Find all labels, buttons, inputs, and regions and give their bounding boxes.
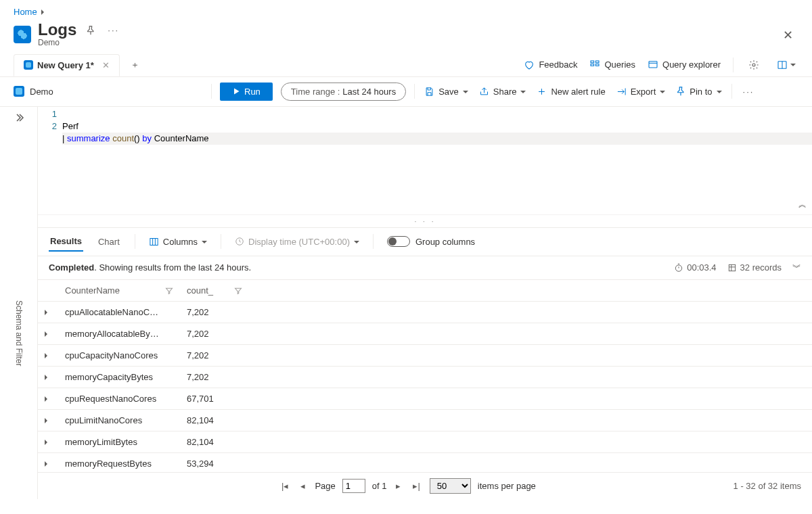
chevron-down-icon	[354, 237, 359, 247]
table-row[interactable]: memoryRequestBytes53,294	[38, 452, 812, 472]
svg-rect-10	[729, 264, 735, 271]
page-title: Logs	[38, 21, 76, 39]
query-tab-label: New Query 1*	[37, 60, 94, 70]
display-time-button[interactable]: Display time (UTC+00:00)	[235, 237, 359, 247]
query-tabstrip: New Query 1* ✕ ＋ Feedback Queries Query …	[0, 53, 812, 77]
clock-icon	[235, 237, 244, 246]
table-row[interactable]: cpuAllocatableNanoC…7,202	[38, 301, 812, 323]
group-columns-label: Group columns	[415, 237, 475, 247]
feedback-button[interactable]: Feedback	[524, 60, 577, 70]
results-toolbar: Results Chart Columns Display time (UTC+…	[38, 228, 812, 256]
columns-icon	[149, 237, 159, 247]
expand-row-icon[interactable]	[38, 431, 58, 452]
play-icon	[232, 87, 240, 95]
breadcrumb-home[interactable]: Home	[14, 7, 37, 17]
chevron-down-icon	[520, 87, 526, 97]
pager-page-input[interactable]	[342, 479, 365, 493]
expand-row-icon[interactable]	[38, 366, 58, 388]
pin-icon[interactable]	[86, 26, 95, 35]
save-icon	[424, 87, 434, 97]
share-icon	[479, 87, 489, 97]
collapse-results-icon[interactable]: ︾	[792, 262, 801, 274]
expand-row-icon[interactable]	[38, 388, 58, 409]
expand-row-icon[interactable]	[38, 301, 58, 323]
svg-rect-2	[596, 61, 600, 63]
table-row[interactable]: memoryCapacityBytes7,202	[38, 366, 812, 388]
group-columns-toggle[interactable]: Group columns	[387, 236, 475, 247]
chevron-down-icon	[202, 237, 207, 247]
filter-icon[interactable]	[165, 287, 173, 295]
pager-first[interactable]: |◂	[279, 480, 291, 492]
toolbar-overflow[interactable]: ···	[740, 87, 757, 97]
save-button[interactable]: Save	[423, 84, 470, 99]
pager-page-label: Page	[315, 481, 335, 491]
time-range-label: Time range :	[291, 87, 340, 97]
table-row[interactable]: memoryAllocatableBy…7,202	[38, 323, 812, 344]
save-label: Save	[438, 87, 459, 97]
pin-to-button[interactable]: Pin to	[675, 84, 723, 99]
chevron-down-icon	[463, 87, 468, 97]
expand-row-icon[interactable]	[38, 452, 58, 472]
cell-countername: memoryLimitBytes	[58, 431, 180, 452]
expand-panel-button[interactable]	[14, 112, 24, 123]
pager-last[interactable]: ▸|	[410, 480, 422, 492]
filter-icon[interactable]	[234, 287, 242, 295]
panel-layout-button[interactable]	[774, 58, 798, 72]
table-icon	[727, 263, 737, 273]
scope-selector[interactable]: Demo	[14, 86, 203, 97]
pager-summary: 1 - 32 of 32 items	[734, 481, 801, 491]
pager-next[interactable]: ▸	[393, 480, 403, 492]
run-button[interactable]: Run	[220, 83, 273, 101]
svg-rect-1	[591, 64, 594, 66]
svg-rect-7	[150, 238, 158, 245]
schema-filter-label[interactable]: Schema and Filter	[14, 300, 24, 366]
expand-row-icon[interactable]	[38, 344, 58, 366]
resource-icon	[14, 26, 31, 43]
cell-count: 53,294	[180, 452, 812, 472]
share-label: Share	[493, 87, 517, 97]
editor-code[interactable]: Perf| summarize count() by CounterName	[62, 108, 812, 213]
svg-rect-4	[649, 61, 657, 67]
more-icon[interactable]: ···	[105, 25, 122, 35]
status-completed: Completed	[49, 262, 94, 273]
query-explorer-button[interactable]: Query explorer	[648, 60, 721, 70]
queries-button[interactable]: Queries	[589, 60, 635, 70]
queries-icon	[589, 60, 600, 70]
chevron-down-icon	[790, 60, 796, 70]
close-tab-icon[interactable]: ✕	[102, 60, 110, 70]
breadcrumb: Home	[0, 0, 812, 21]
query-toolbar: Demo Run Time range : Last 24 hours Save…	[0, 77, 812, 107]
expand-row-icon[interactable]	[38, 409, 58, 431]
query-editor[interactable]: 12 Perf| summarize count() by CounterNam…	[38, 107, 812, 215]
new-alert-label: New alert rule	[551, 87, 605, 97]
close-button[interactable]: ✕	[777, 25, 798, 45]
scope-icon	[14, 86, 24, 97]
collapse-editor-icon[interactable]: ︽	[798, 198, 807, 210]
column-header-count[interactable]: count_	[180, 280, 812, 302]
resize-handle[interactable]: · · ·	[38, 215, 812, 228]
pager: |◂ ◂ Page of 1 ▸ ▸| 50 items per page 1 …	[38, 472, 812, 499]
pin-icon	[676, 87, 685, 96]
pager-size-select[interactable]: 50	[430, 478, 471, 494]
column-header-countername[interactable]: CounterName	[58, 280, 180, 302]
new-alert-button[interactable]: New alert rule	[535, 84, 606, 99]
run-label: Run	[244, 87, 261, 97]
export-button[interactable]: Export	[615, 84, 667, 99]
table-row[interactable]: cpuRequestNanoCores67,701	[38, 388, 812, 409]
time-range-picker[interactable]: Time range : Last 24 hours	[281, 83, 406, 101]
settings-icon[interactable]	[746, 58, 762, 72]
expand-row-icon[interactable]	[38, 323, 58, 344]
pager-prev[interactable]: ◂	[298, 480, 308, 492]
table-row[interactable]: cpuLimitNanoCores82,104	[38, 409, 812, 431]
add-tab-button[interactable]: ＋	[125, 55, 145, 75]
cell-count: 67,701	[180, 388, 812, 409]
columns-button[interactable]: Columns	[149, 237, 207, 247]
query-tab[interactable]: New Query 1* ✕	[14, 54, 120, 76]
share-button[interactable]: Share	[478, 84, 528, 99]
table-row[interactable]: memoryLimitBytes82,104	[38, 431, 812, 452]
table-row[interactable]: cpuCapacityNanoCores7,202	[38, 344, 812, 366]
tab-chart[interactable]: Chart	[97, 233, 121, 251]
time-range-value: Last 24 hours	[342, 87, 396, 97]
tab-results[interactable]: Results	[49, 232, 83, 252]
status-bar: Completed. Showing results from the last…	[38, 256, 812, 280]
